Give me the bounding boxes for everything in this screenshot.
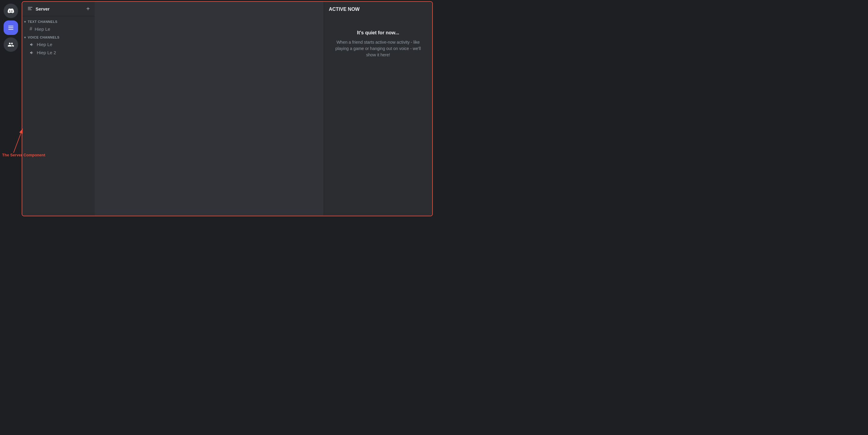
svg-rect-3 xyxy=(28,8,31,9)
channel-sidebar: Server + ▼ TEXT CHANNELS # Hiep Le ▼ xyxy=(22,2,95,216)
quiet-title: It's quiet for now... xyxy=(335,30,421,36)
server-component: Server + ▼ TEXT CHANNELS # Hiep Le ▼ xyxy=(22,1,433,216)
text-channels-header[interactable]: ▼ TEXT CHANNELS xyxy=(22,19,95,25)
text-channel-name: Hiep Le xyxy=(35,27,50,32)
quiet-message: It's quiet for now... When a friend star… xyxy=(329,24,427,64)
active-now-title: ACTIVE NOW xyxy=(329,7,427,12)
dm-icon xyxy=(7,41,14,48)
server-nav-button[interactable] xyxy=(4,21,18,35)
main-content xyxy=(95,2,324,216)
annotation-label: The Server Component xyxy=(2,153,45,157)
voice-channels-category: ▼ VOICE CHANNELS Hiep Le Hiep Le 2 xyxy=(22,34,95,57)
add-channel-button[interactable]: + xyxy=(86,5,90,12)
voice-channel-hiep-le-2[interactable]: Hiep Le 2 xyxy=(25,48,92,57)
discord-home-button[interactable] xyxy=(4,4,18,18)
quiet-subtitle: When a friend starts active-now activity… xyxy=(335,39,421,58)
right-sidebar: ACTIVE NOW It's quiet for now... When a … xyxy=(324,2,432,216)
voice-channel-name-1: Hiep Le xyxy=(37,42,53,47)
channel-list: ▼ TEXT CHANNELS # Hiep Le ▼ VOICE CHANNE… xyxy=(22,16,95,216)
server-header[interactable]: Server + xyxy=(22,2,95,16)
server-header-icon xyxy=(27,6,33,12)
voice-channels-chevron: ▼ xyxy=(24,36,27,39)
svg-rect-4 xyxy=(28,9,32,10)
voice-channel-icon-1 xyxy=(30,42,34,47)
server-icon xyxy=(7,24,14,31)
voice-channels-header[interactable]: ▼ VOICE CHANNELS xyxy=(22,34,95,40)
server-name: Server xyxy=(36,6,84,11)
dm-nav-button[interactable] xyxy=(4,37,18,52)
text-channels-label: TEXT CHANNELS xyxy=(28,20,58,24)
text-channels-category: ▼ TEXT CHANNELS # Hiep Le xyxy=(22,19,95,33)
voice-channel-hiep-le[interactable]: Hiep Le xyxy=(25,40,92,48)
text-channel-icon: # xyxy=(30,26,32,32)
discord-icon xyxy=(7,7,14,14)
svg-rect-2 xyxy=(28,7,33,7)
svg-line-1 xyxy=(13,129,23,153)
text-channel-hiep-le[interactable]: # Hiep Le xyxy=(25,25,92,33)
icon-bar: The Server Component xyxy=(0,0,22,218)
annotation-container: The Server Component xyxy=(1,126,45,157)
voice-channel-icon-2 xyxy=(30,50,34,55)
annotation-arrow-svg xyxy=(1,126,29,156)
voice-channel-name-2: Hiep Le 2 xyxy=(37,50,56,55)
text-channels-chevron: ▼ xyxy=(24,20,27,24)
voice-channels-label: VOICE CHANNELS xyxy=(28,36,59,39)
